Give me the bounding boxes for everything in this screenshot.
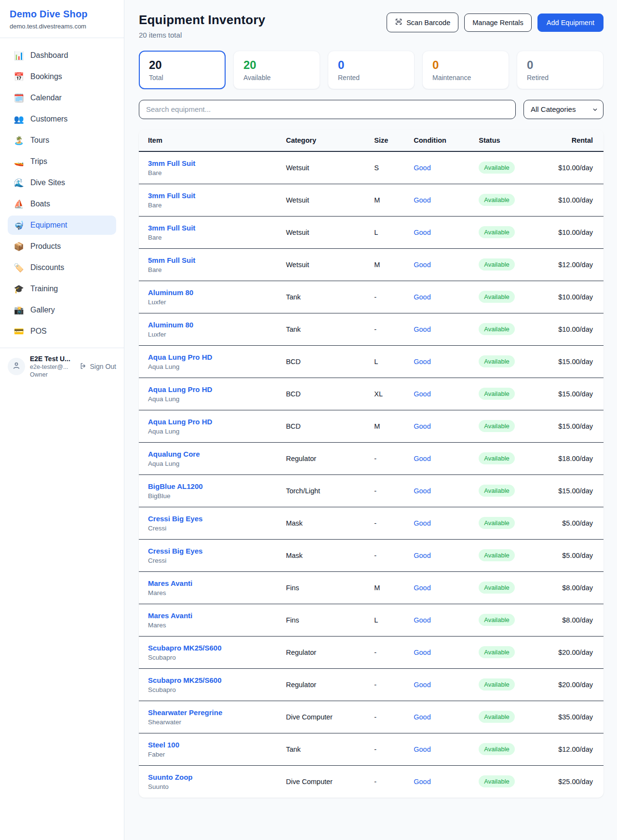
status-badge: Available	[479, 323, 515, 335]
sidebar-item-pos[interactable]: 💳 POS	[8, 322, 116, 341]
item-name-link[interactable]: Mares Avanti	[148, 579, 270, 587]
gallery-icon: 📸	[13, 305, 24, 315]
sidebar-item-training[interactable]: 🎓 Training	[8, 279, 116, 298]
item-name-link[interactable]: Cressi Big Eyes	[148, 547, 270, 555]
stat-card-total[interactable]: 20 Total	[139, 51, 226, 89]
sidebar-item-gallery[interactable]: 📸 Gallery	[8, 300, 116, 320]
item-name-link[interactable]: Suunto Zoop	[148, 773, 270, 781]
condition-link[interactable]: Good	[414, 455, 430, 462]
stat-card-retired[interactable]: 0 Retired	[517, 51, 604, 89]
item-rental-rate: $35.00/day	[545, 701, 604, 733]
condition-link[interactable]: Good	[414, 519, 430, 527]
item-size: M	[366, 410, 406, 442]
item-name-link[interactable]: BigBlue AL1200	[148, 482, 270, 490]
table-row: BigBlue AL1200 BigBlue Torch/Light - Goo…	[139, 474, 604, 507]
scan-barcode-button[interactable]: Scan Barcode	[387, 13, 458, 32]
manage-rentals-button[interactable]: Manage Rentals	[464, 14, 532, 32]
sidebar-item-trips[interactable]: 🚤 Trips	[8, 152, 116, 171]
sidebar-item-label: Training	[30, 285, 58, 293]
sign-out-button[interactable]: Sign Out	[80, 362, 116, 371]
item-size: L	[366, 345, 406, 378]
item-name-link[interactable]: 3mm Full Suit	[148, 159, 270, 167]
condition-link[interactable]: Good	[414, 390, 430, 398]
sidebar-item-dive-sites[interactable]: 🌊 Dive Sites	[8, 173, 116, 192]
item-brand: Aqua Lung	[148, 363, 270, 370]
item-size: -	[366, 701, 406, 733]
item-size: -	[366, 474, 406, 507]
sidebar-item-label: Boats	[30, 200, 50, 208]
category-select[interactable]: All Categories	[523, 100, 604, 119]
item-name-link[interactable]: Aluminum 80	[148, 288, 270, 297]
equipment-table: ItemCategorySizeConditionStatusRental 3m…	[139, 130, 604, 798]
item-name-link[interactable]: 5mm Full Suit	[148, 256, 270, 264]
condition-link[interactable]: Good	[414, 293, 430, 301]
condition-link[interactable]: Good	[414, 196, 430, 204]
item-name-link[interactable]: Steel 100	[148, 741, 270, 749]
item-name-link[interactable]: Mares Avanti	[148, 611, 270, 620]
table-row: Shearwater Peregrine Shearwater Dive Com…	[139, 701, 604, 733]
condition-link[interactable]: Good	[414, 745, 430, 753]
item-name-link[interactable]: 3mm Full Suit	[148, 191, 270, 200]
condition-link[interactable]: Good	[414, 358, 430, 366]
condition-link[interactable]: Good	[414, 681, 430, 689]
status-badge: Available	[479, 711, 515, 723]
item-name-link[interactable]: Aluminum 80	[148, 321, 270, 329]
sidebar-item-dashboard[interactable]: 📊 Dashboard	[8, 46, 116, 65]
table-row: Mares Avanti Mares Fins L Good Available…	[139, 604, 604, 636]
brand-name[interactable]: Demo Dive Shop	[10, 9, 114, 20]
condition-link[interactable]: Good	[414, 649, 430, 656]
item-name-link[interactable]: 3mm Full Suit	[148, 224, 270, 232]
search-input[interactable]	[139, 100, 516, 119]
condition-link[interactable]: Good	[414, 261, 430, 269]
condition-link[interactable]: Good	[414, 584, 430, 592]
status-badge: Available	[479, 582, 515, 594]
item-name-link[interactable]: Cressi Big Eyes	[148, 515, 270, 523]
item-brand: Aqua Lung	[148, 460, 270, 467]
item-brand: Cressi	[148, 525, 270, 532]
item-name-link[interactable]: Scubapro MK25/S600	[148, 644, 270, 652]
column-header-rental: Rental	[545, 130, 604, 151]
item-name-link[interactable]: Aqua Lung Pro HD	[148, 385, 270, 393]
equipment-icon: 🤿	[13, 220, 24, 230]
sidebar-item-tours[interactable]: 🏝️ Tours	[8, 131, 116, 150]
item-name-link[interactable]: Aqualung Core	[148, 450, 270, 458]
condition-link[interactable]: Good	[414, 616, 430, 624]
condition-link[interactable]: Good	[414, 778, 430, 786]
condition-link[interactable]: Good	[414, 164, 430, 172]
item-brand: Faber	[148, 751, 270, 758]
table-row: 5mm Full Suit Bare Wetsuit M Good Availa…	[139, 248, 604, 281]
item-name-link[interactable]: Aqua Lung Pro HD	[148, 418, 270, 426]
condition-link[interactable]: Good	[414, 487, 430, 495]
stat-card-available[interactable]: 20 Available	[233, 51, 320, 89]
item-name-link[interactable]: Scubapro MK25/S600	[148, 676, 270, 684]
item-name-link[interactable]: Shearwater Peregrine	[148, 708, 270, 717]
add-equipment-button[interactable]: Add Equipment	[537, 14, 604, 32]
status-badge: Available	[479, 420, 515, 432]
sidebar-item-label: Calendar	[30, 94, 62, 102]
condition-link[interactable]: Good	[414, 229, 430, 236]
table-row: 3mm Full Suit Bare Wetsuit L Good Availa…	[139, 216, 604, 248]
sidebar-item-customers[interactable]: 👥 Customers	[8, 109, 116, 129]
table-row: Aluminum 80 Luxfer Tank - Good Available…	[139, 313, 604, 345]
page-header: Equipment Inventory 20 items total Scan …	[139, 13, 604, 39]
item-name-link[interactable]: Aqua Lung Pro HD	[148, 353, 270, 361]
condition-link[interactable]: Good	[414, 325, 430, 333]
item-size: -	[366, 539, 406, 571]
item-rental-rate: $15.00/day	[545, 345, 604, 378]
condition-link[interactable]: Good	[414, 552, 430, 559]
sidebar-item-discounts[interactable]: 🏷️ Discounts	[8, 258, 116, 277]
item-rental-rate: $10.00/day	[545, 216, 604, 248]
sidebar-item-boats[interactable]: ⛵ Boats	[8, 194, 116, 214]
item-category: Fins	[278, 571, 366, 604]
stat-card-rented[interactable]: 0 Rented	[328, 51, 415, 89]
condition-link[interactable]: Good	[414, 713, 430, 721]
sidebar-item-calendar[interactable]: 🗓️ Calendar	[8, 88, 116, 108]
status-badge: Available	[479, 517, 515, 529]
stat-card-maintenance[interactable]: 0 Maintenance	[422, 51, 509, 89]
sidebar-item-bookings[interactable]: 📅 Bookings	[8, 67, 116, 86]
sidebar-item-products[interactable]: 📦 Products	[8, 237, 116, 256]
condition-link[interactable]: Good	[414, 422, 430, 430]
item-rental-rate: $10.00/day	[545, 184, 604, 216]
pos-icon: 💳	[13, 326, 24, 337]
sidebar-item-equipment[interactable]: 🤿 Equipment	[8, 216, 116, 235]
